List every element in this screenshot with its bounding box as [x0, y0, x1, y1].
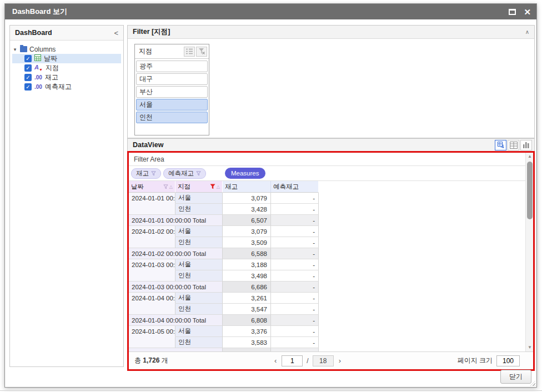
sort-icon[interactable]: △ [217, 184, 220, 189]
cell-forecast: - [271, 259, 319, 270]
table-row[interactable]: 인천 3,509 - [129, 237, 533, 248]
cell-total-forecast: - [271, 315, 319, 326]
table-total-row[interactable]: 2024-01-03 00:00:00 Total 6,686 - [129, 282, 533, 293]
tree-item-label: 지점 [46, 63, 59, 73]
chip-stock[interactable]: 재고 [131, 168, 161, 179]
scrollbar-thumb[interactable] [527, 162, 533, 219]
sort-icon[interactable]: △ [169, 184, 173, 189]
cell-branch: 서울 [175, 226, 223, 237]
table-total-row[interactable]: 2024-01-02 00:00:00 Total 6,588 - [129, 248, 533, 259]
page-separator: / [307, 357, 308, 365]
pagination-bar: 총 1,726 개 ‹ / 18 › 페이지 크기 [129, 351, 533, 369]
dialog-titlebar[interactable]: DashBoard 보기 ✕ [5, 4, 536, 19]
table-total-row[interactable]: 2024-01-04 00:00:00 Total 6,808 - [129, 315, 533, 326]
filter-item-incheon[interactable]: 인천 [136, 112, 208, 123]
dashboard-sidebar: DashBoard < ▾ Columns ✓ 날짜 ✓ [9, 25, 124, 367]
clear-filter-icon[interactable] [196, 47, 207, 57]
numeric-icon: .00 [34, 74, 42, 81]
column-label: 예측재고 [273, 183, 299, 191]
cell-total-stock: 6,588 [223, 248, 271, 259]
table-row[interactable]: 2024-01-02 00:0 서울 3,079 - [129, 226, 533, 237]
page-size-input[interactable] [496, 355, 520, 366]
cell-total-stock: 6,808 [223, 315, 271, 326]
column-header-branch[interactable]: 지점 △ [175, 181, 223, 193]
chart-view-icon[interactable] [520, 140, 532, 150]
cell-branch: 인천 [175, 270, 223, 282]
column-label: 재고 [225, 183, 238, 191]
cell-date: 2024-01-02 00:0 [129, 226, 175, 237]
table-total-row[interactable]: 2024-01-01 00:00:00 Total 6,507 - [129, 215, 533, 226]
cell-date: 2024-01-04 00:0 [129, 293, 175, 304]
table-view-icon[interactable] [508, 140, 519, 150]
cell-stock: 3,188 [223, 259, 271, 270]
cell-stock: 3,428 [223, 204, 271, 215]
cell-date [129, 337, 175, 348]
scroll-up-icon[interactable]: ▲ [526, 153, 533, 160]
cell-total-forecast: - [271, 215, 319, 226]
checkbox-checked-icon[interactable]: ✓ [24, 55, 32, 62]
tree-item-stock[interactable]: ✓ .00 재고 [12, 73, 121, 82]
window-edge [0, 390, 542, 391]
filter-item-seoul[interactable]: 서울 [136, 99, 208, 110]
column-header-forecast[interactable]: 예측재고 [271, 181, 319, 193]
calendar-icon [34, 54, 41, 63]
column-header-date[interactable]: 날짜 △ [129, 181, 175, 193]
cell-branch: 인천 [175, 304, 223, 315]
total-prefix: 총 [134, 356, 141, 364]
next-page-icon[interactable]: › [338, 356, 342, 365]
sidebar-collapse-icon[interactable]: < [114, 29, 118, 37]
table-row[interactable]: 2024-01-04 00:0 서울 3,261 - [129, 293, 533, 304]
cell-date [129, 270, 175, 282]
maximize-icon[interactable] [509, 9, 516, 15]
filter-item-busan[interactable]: 부산 [136, 86, 208, 98]
filter-item-gwangju[interactable]: 광주 [136, 61, 208, 72]
table-row[interactable]: 인천 3,583 - [129, 337, 533, 348]
table-row[interactable]: 2024-01-05 00:0 서울 3,376 - [129, 326, 533, 337]
caret-down-icon[interactable]: ▾ [12, 47, 18, 52]
funnel-icon [151, 171, 156, 176]
cell-date [129, 304, 175, 315]
pivot-filter-area[interactable]: Filter Area [129, 153, 533, 166]
measures-pill[interactable]: Measures [225, 168, 265, 179]
page-number-input[interactable] [282, 355, 303, 366]
table-row[interactable]: 인천 3,547 - [129, 304, 533, 315]
table-row[interactable]: 인천 3,498 - [129, 270, 533, 282]
select-all-icon[interactable] [184, 47, 195, 57]
table-row[interactable]: 2024-01-01 00:0 서울 3,079 - [129, 193, 533, 204]
close-icon[interactable]: ✕ [524, 8, 531, 16]
dataview-title: DataView [133, 141, 163, 149]
tree-item-branch[interactable]: ✓ A▼ 지점 [12, 63, 121, 73]
tree-item-date[interactable]: ✓ 날짜 [12, 54, 121, 63]
tree-root-label: Columns [29, 46, 56, 53]
checkbox-checked-icon[interactable]: ✓ [24, 64, 32, 72]
pivot-grid: Filter Area 재고 예측재고 Measures 날짜 [129, 153, 533, 369]
chip-forecast[interactable]: 예측재고 [163, 168, 206, 179]
cell-forecast: - [271, 193, 319, 204]
dataview-header: DataView [127, 138, 535, 151]
tree-node-columns[interactable]: ▾ Columns [12, 44, 121, 54]
funnel-active-icon [210, 184, 215, 189]
pivot-view-icon[interactable] [495, 140, 506, 150]
filter-panel-title: Filter [지점] [133, 27, 170, 37]
filter-panel: Filter [지점] ∧ 지점 광주 [127, 25, 535, 138]
collapse-chevron-icon[interactable]: ∧ [525, 29, 529, 35]
scroll-down-icon[interactable]: ▼ [526, 344, 533, 351]
dialog-title: DashBoard 보기 [5, 7, 67, 17]
table-row[interactable]: 인천 3,428 - [129, 204, 533, 215]
numeric-icon: .00 [34, 84, 42, 90]
cell-forecast: - [271, 293, 319, 304]
prev-page-icon[interactable]: ‹ [273, 356, 278, 365]
tree-item-forecast[interactable]: ✓ .00 예측재고 [12, 82, 121, 92]
folder-icon [20, 46, 27, 52]
listbox-title: 지점 [139, 47, 152, 56]
checkbox-checked-icon[interactable]: ✓ [24, 74, 32, 81]
dashboard-dialog: DashBoard 보기 ✕ DashBoard < ▾ Columns ✓ [4, 3, 537, 388]
column-header-stock[interactable]: 재고 [223, 181, 271, 193]
vertical-scrollbar[interactable]: ▲ ▼ [525, 153, 533, 351]
dataview-body-annotation: Filter Area 재고 예측재고 Measures 날짜 [127, 151, 535, 371]
checkbox-checked-icon[interactable]: ✓ [24, 83, 32, 91]
row-count-label: 총 1,726 개 [129, 356, 168, 365]
close-button[interactable]: 닫기 [500, 370, 531, 384]
filter-item-daegu[interactable]: 대구 [136, 73, 208, 85]
table-row[interactable]: 2024-01-03 00:0 서울 3,188 - [129, 259, 533, 270]
